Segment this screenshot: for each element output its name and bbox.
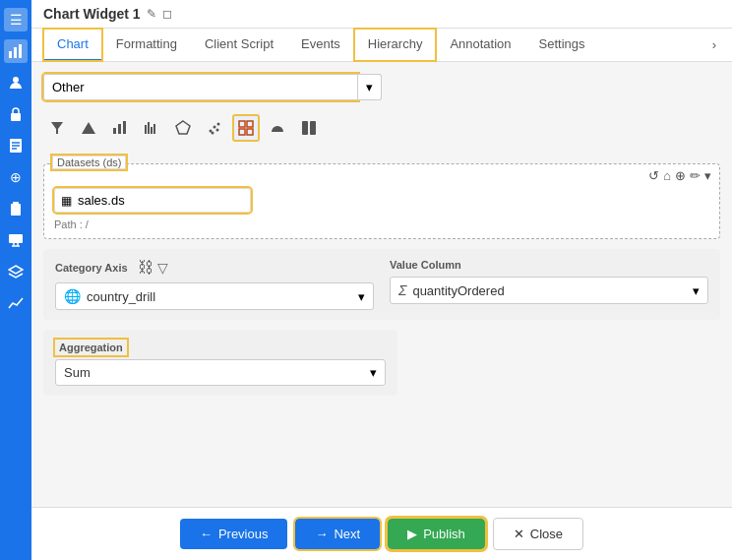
svg-rect-22 [151, 127, 152, 134]
datasets-path: Path : / [54, 218, 709, 230]
svg-rect-11 [9, 234, 23, 243]
value-column-arrow[interactable]: ▾ [693, 283, 700, 298]
chart-type-arrow[interactable]: ▾ [358, 74, 382, 100]
svg-point-26 [214, 126, 216, 129]
value-column-group: Value Column Σ quantityOrdered ▾ [390, 259, 708, 304]
sidebar-icon-trend[interactable] [4, 291, 28, 315]
svg-rect-17 [113, 128, 116, 134]
datasets-home-icon[interactable]: ⌂ [663, 168, 671, 183]
tabs-more-arrow[interactable]: › [708, 33, 720, 56]
sidebar-icon-doc[interactable] [4, 134, 28, 157]
toolbar-icon-area[interactable] [75, 114, 102, 142]
aggregation-label: Aggregation [55, 340, 127, 355]
sidebar-icon-chart[interactable] [4, 39, 28, 63]
tab-settings[interactable]: Settings [525, 29, 599, 61]
svg-marker-15 [51, 122, 63, 134]
category-axis-value: country_drill [87, 289, 352, 304]
chart-icon-toolbar [43, 110, 720, 146]
chart-type-value: Other [52, 80, 85, 94]
svg-rect-10 [13, 202, 19, 206]
datasets-edit-icon[interactable]: ✏ [690, 168, 701, 183]
sidebar-icon-home[interactable]: ☰ [4, 8, 28, 31]
toolbar-icon-semi[interactable] [264, 114, 291, 142]
toolbar-icon-scatter[interactable] [201, 114, 228, 142]
datasets-actions: ↺ ⌂ ⊕ ✏ ▾ [648, 168, 711, 183]
tab-client-script[interactable]: Client Script [191, 29, 287, 61]
toolbar-icon-multibar[interactable] [138, 114, 165, 142]
toolbar-icon-grid[interactable] [232, 114, 260, 142]
edit-title-icon[interactable]: ✎ [147, 7, 156, 21]
title-action-icon[interactable]: ◻ [162, 7, 172, 21]
value-column-select[interactable]: Σ quantityOrdered ▾ [390, 277, 708, 304]
svg-rect-35 [310, 121, 316, 135]
tab-annotation[interactable]: Annotation [436, 29, 524, 61]
category-axis-label: Category Axis [55, 262, 128, 274]
value-column-value: quantityOrdered [412, 283, 687, 298]
close-x-icon: ✕ [514, 527, 524, 541]
svg-rect-20 [145, 125, 147, 134]
datasets-expand-icon[interactable]: ▾ [704, 168, 711, 183]
svg-marker-24 [176, 121, 190, 134]
svg-rect-23 [153, 124, 155, 134]
svg-rect-18 [118, 124, 121, 134]
sidebar-icon-link[interactable]: ⊕ [4, 165, 28, 189]
title-bar: Chart Widget 1 ✎ ◻ [31, 0, 732, 29]
toolbar-icon-split[interactable] [295, 114, 323, 142]
next-button[interactable]: → Next [295, 519, 380, 549]
svg-point-3 [13, 77, 19, 83]
tabs-bar: Chart Formatting Client Script Events Hi… [31, 29, 732, 62]
tab-chart[interactable]: Chart [43, 29, 102, 61]
aggregation-arrow[interactable]: ▾ [370, 365, 377, 380]
publish-play-icon: ▶ [407, 527, 417, 541]
aggregation-section: Aggregation Sum ▾ [43, 330, 397, 396]
value-column-controls: Value Column [390, 259, 708, 271]
tab-events[interactable]: Events [287, 29, 354, 61]
toolbar-icon-pentagon[interactable] [169, 114, 197, 142]
value-column-label: Value Column [390, 259, 461, 271]
svg-rect-30 [239, 121, 245, 127]
svg-rect-0 [9, 51, 12, 58]
category-axis-select[interactable]: 🌐 country_drill ▾ [55, 282, 374, 310]
sidebar-icon-lock[interactable] [4, 102, 28, 126]
footer: ← Previous → Next ▶ Publish ✕ Close [31, 507, 732, 560]
tab-hierarchy[interactable]: Hierarchy [354, 29, 437, 61]
datasets-add-icon[interactable]: ⊕ [675, 168, 686, 183]
category-axis-arrow[interactable]: ▾ [358, 289, 365, 304]
tab-formatting[interactable]: Formatting [102, 29, 191, 61]
svg-rect-1 [14, 47, 17, 58]
dataset-item[interactable]: ▦ sales.ds [54, 188, 251, 213]
dataset-table-icon: ▦ [61, 194, 72, 208]
page-title: Chart Widget 1 [43, 6, 141, 22]
svg-point-28 [212, 132, 214, 135]
datasets-refresh-icon[interactable]: ↺ [648, 168, 659, 183]
content-area: Other ▾ [31, 62, 732, 507]
publish-button[interactable]: ▶ Publish [388, 519, 485, 549]
chart-type-dropdown[interactable]: Other [43, 74, 358, 100]
sidebar-icon-layers[interactable] [4, 260, 28, 283]
svg-rect-2 [19, 44, 22, 58]
category-filter-icon[interactable]: ▽ [157, 260, 168, 276]
toolbar-icon-bar[interactable] [106, 114, 134, 142]
sidebar-icon-clipboard[interactable] [4, 197, 28, 220]
chart-type-row: Other ▾ [43, 74, 720, 100]
toolbar-icon-filter[interactable] [43, 114, 71, 142]
svg-rect-19 [123, 121, 126, 134]
value-column-icon: Σ [398, 282, 406, 298]
category-drill-icon[interactable]: ⛓ [138, 259, 153, 277]
previous-button[interactable]: ← Previous [180, 519, 288, 549]
category-axis-controls: Category Axis ⛓ ▽ [55, 259, 374, 277]
aggregation-value: Sum [64, 365, 370, 380]
svg-point-27 [217, 123, 220, 126]
sidebar-icon-monitor[interactable] [4, 228, 28, 252]
svg-rect-31 [247, 121, 253, 127]
datasets-section: Datasets (ds) ↺ ⌂ ⊕ ✏ ▾ ▦ sales.ds Path … [43, 163, 720, 239]
category-axis-group: Category Axis ⛓ ▽ 🌐 country_drill ▾ [55, 259, 374, 310]
axis-row: Category Axis ⛓ ▽ 🌐 country_drill ▾ Valu… [43, 249, 720, 320]
close-button[interactable]: ✕ Close [493, 518, 583, 550]
svg-rect-4 [11, 113, 21, 121]
svg-rect-34 [302, 121, 308, 135]
datasets-label: Datasets (ds) [52, 156, 126, 169]
aggregation-select[interactable]: Sum ▾ [55, 359, 386, 386]
svg-rect-21 [148, 122, 150, 134]
sidebar-icon-user[interactable] [4, 71, 28, 94]
